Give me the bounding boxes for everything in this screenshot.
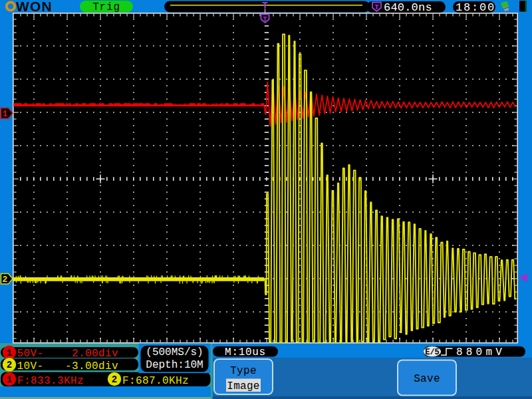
svg-text:T: T <box>374 3 379 11</box>
svg-text:-3.00div: -3.00div <box>65 360 118 372</box>
svg-text:Depth:10M: Depth:10M <box>146 359 203 371</box>
svg-text:2: 2 <box>7 360 12 370</box>
svg-text:Trig: Trig <box>92 1 120 13</box>
svg-text:18:00: 18:00 <box>456 1 495 14</box>
svg-text:1: 1 <box>7 348 12 358</box>
svg-text:640.0ns: 640.0ns <box>384 1 432 14</box>
svg-text:880mV: 880mV <box>456 346 505 358</box>
svg-text:2: 2 <box>112 374 117 385</box>
svg-text:2.00div: 2.00div <box>72 348 118 360</box>
svg-text:E/5: E/5 <box>425 348 440 357</box>
svg-text:T: T <box>263 16 267 23</box>
svg-text:Type: Type <box>230 365 257 377</box>
svg-text:F:687.0KHz: F:687.0KHz <box>122 375 189 387</box>
svg-text:F:833.3KHz: F:833.3KHz <box>17 375 84 387</box>
svg-text:50V-: 50V- <box>17 348 44 360</box>
svg-text:Save: Save <box>414 373 440 385</box>
svg-text:M:10us: M:10us <box>225 346 266 358</box>
svg-text:WON: WON <box>16 0 53 14</box>
svg-text:(500MS/s): (500MS/s) <box>146 346 203 358</box>
svg-text:2: 2 <box>3 275 8 285</box>
svg-text:10V-: 10V- <box>17 360 44 372</box>
svg-text:Image: Image <box>227 380 260 392</box>
svg-text:1: 1 <box>7 374 12 385</box>
svg-text:1: 1 <box>3 109 8 119</box>
